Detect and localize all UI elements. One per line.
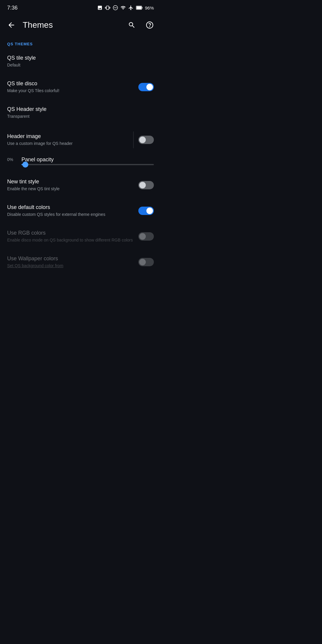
item-title: QS Header style bbox=[7, 106, 154, 113]
battery-percent: 96% bbox=[145, 5, 154, 10]
item-title: Use RGB colors bbox=[7, 230, 138, 236]
svg-rect-4 bbox=[137, 6, 141, 9]
use-rgb-colors-toggle bbox=[138, 232, 154, 241]
toggle-thumb bbox=[139, 182, 146, 188]
list-item[interactable]: QS tile disco Make your QS Tiles colorfu… bbox=[0, 74, 161, 100]
item-content: Header image Use a custom image for QS h… bbox=[7, 133, 133, 147]
list-item[interactable]: QS Header style Transparent bbox=[0, 100, 161, 126]
slider-track[interactable] bbox=[21, 164, 154, 165]
list-item[interactable]: New tint style Enable the new QS tint st… bbox=[0, 172, 161, 198]
back-button[interactable] bbox=[5, 18, 18, 32]
dnd-icon bbox=[113, 5, 118, 10]
help-button[interactable] bbox=[143, 18, 156, 32]
item-subtitle: Disable custom QS styles for external th… bbox=[7, 212, 138, 218]
slider-title: Panel opacity bbox=[21, 157, 154, 163]
item-title: Use default colors bbox=[7, 204, 138, 211]
item-content: QS Header style Transparent bbox=[7, 106, 154, 120]
item-title: Header image bbox=[7, 133, 133, 140]
search-button[interactable] bbox=[125, 18, 138, 32]
svg-rect-3 bbox=[142, 7, 142, 8]
item-subtitle: Transparent bbox=[7, 114, 154, 120]
item-content: Use RGB colors Enable disco mode on QS b… bbox=[7, 230, 138, 243]
item-subtitle: Use a custom image for QS header bbox=[7, 141, 133, 147]
slider-thumb[interactable] bbox=[22, 162, 28, 168]
list-item[interactable]: Use default colors Disable custom QS sty… bbox=[0, 198, 161, 224]
slider-label-row: 0% Panel opacity bbox=[7, 157, 154, 163]
item-title: New tint style bbox=[7, 178, 138, 185]
item-subtitle: Enable disco mode on QS background to sh… bbox=[7, 237, 138, 243]
toggle-thumb bbox=[146, 208, 153, 214]
slider-track-wrapper bbox=[7, 164, 154, 165]
item-content: QS tile disco Make your QS Tiles colorfu… bbox=[7, 80, 138, 94]
use-default-colors-toggle[interactable] bbox=[138, 207, 154, 215]
gallery-icon bbox=[97, 5, 103, 10]
qs-tile-disco-toggle[interactable] bbox=[138, 83, 154, 91]
item-content: Use default colors Disable custom QS sty… bbox=[7, 204, 138, 218]
toolbar: Themes bbox=[0, 14, 161, 36]
item-subtitle: Make your QS Tiles colorful! bbox=[7, 88, 138, 94]
list-item: Use Wallpaper colors Set QS background c… bbox=[0, 249, 161, 275]
list-item: Use RGB colors Enable disco mode on QS b… bbox=[0, 224, 161, 249]
new-tint-style-toggle[interactable] bbox=[138, 181, 154, 189]
header-image-toggle[interactable] bbox=[138, 136, 154, 144]
toggle-thumb bbox=[146, 84, 153, 90]
vibrate-icon bbox=[105, 5, 110, 10]
list-item[interactable]: QS tile style Default bbox=[0, 49, 161, 74]
battery-icon bbox=[136, 5, 143, 10]
airplane-icon bbox=[128, 5, 134, 10]
page-title: Themes bbox=[23, 20, 120, 30]
item-subtitle: Default bbox=[7, 62, 154, 68]
toggle-thumb bbox=[139, 259, 146, 265]
item-content: QS tile style Default bbox=[7, 55, 154, 68]
item-title: QS tile disco bbox=[7, 80, 138, 87]
list-item[interactable]: Header image Use a custom image for QS h… bbox=[0, 126, 161, 154]
panel-opacity-container: 0% Panel opacity bbox=[0, 154, 161, 172]
toggle-thumb bbox=[139, 233, 146, 240]
item-content: Use Wallpaper colors Set QS background c… bbox=[7, 255, 138, 269]
item-subtitle: Enable the new QS tint style bbox=[7, 186, 138, 192]
vertical-divider bbox=[133, 131, 134, 148]
section-header-qs-themes: QS THEMES bbox=[0, 36, 161, 49]
status-time: 7:36 bbox=[7, 5, 18, 11]
item-subtitle: Set QS background color from bbox=[7, 263, 138, 269]
svg-point-6 bbox=[149, 27, 150, 27]
wifi-icon bbox=[120, 5, 126, 10]
status-bar: 7:36 96% bbox=[0, 0, 161, 14]
item-content: New tint style Enable the new QS tint st… bbox=[7, 178, 138, 192]
toggle-thumb bbox=[139, 137, 146, 143]
item-title: Use Wallpaper colors bbox=[7, 255, 138, 262]
item-title: QS tile style bbox=[7, 55, 154, 61]
use-wallpaper-colors-toggle bbox=[138, 258, 154, 266]
slider-percent-label: 0% bbox=[7, 157, 21, 162]
status-icons: 96% bbox=[97, 5, 154, 10]
